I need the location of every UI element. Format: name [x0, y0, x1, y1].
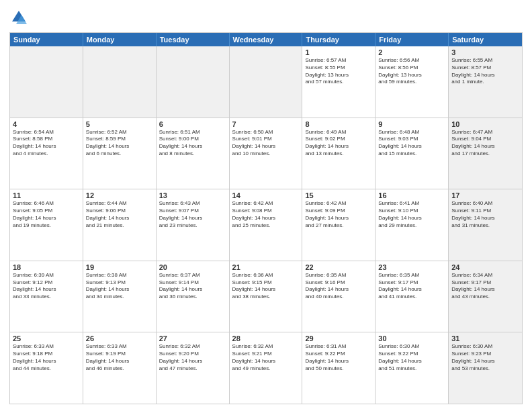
day-info: Sunrise: 6:57 AM Sunset: 8:55 PM Dayligh… — [305, 57, 372, 86]
day-number: 23 — [378, 263, 445, 271]
day-info: Sunrise: 6:42 AM Sunset: 9:09 PM Dayligh… — [305, 200, 372, 229]
day-number: 29 — [305, 334, 372, 342]
day-number: 16 — [378, 191, 445, 199]
calendar-cell-6: 6Sunrise: 6:51 AM Sunset: 9:00 PM Daylig… — [157, 118, 230, 189]
day-info: Sunrise: 6:31 AM Sunset: 9:22 PM Dayligh… — [305, 343, 372, 372]
day-number: 3 — [451, 48, 519, 56]
calendar-cell-empty-3 — [230, 46, 303, 118]
calendar-cell-12: 12Sunrise: 6:44 AM Sunset: 9:06 PM Dayli… — [83, 189, 157, 261]
day-number: 24 — [451, 263, 519, 271]
calendar-week-4: 18Sunrise: 6:39 AM Sunset: 9:12 PM Dayli… — [10, 261, 522, 333]
day-info: Sunrise: 6:52 AM Sunset: 8:59 PM Dayligh… — [86, 129, 153, 158]
logo — [9, 8, 31, 27]
calendar-cell-19: 19Sunrise: 6:38 AM Sunset: 9:13 PM Dayli… — [83, 261, 157, 332]
calendar-cell-10: 10Sunrise: 6:47 AM Sunset: 9:04 PM Dayli… — [449, 118, 522, 189]
calendar-cell-15: 15Sunrise: 6:42 AM Sunset: 9:09 PM Dayli… — [302, 189, 375, 261]
day-info: Sunrise: 6:30 AM Sunset: 9:23 PM Dayligh… — [451, 343, 519, 372]
day-info: Sunrise: 6:50 AM Sunset: 9:01 PM Dayligh… — [232, 129, 300, 158]
calendar-cell-17: 17Sunrise: 6:40 AM Sunset: 9:11 PM Dayli… — [449, 189, 522, 261]
calendar-cell-3: 3Sunrise: 6:55 AM Sunset: 8:57 PM Daylig… — [449, 46, 522, 118]
header — [9, 8, 523, 27]
calendar-cell-9: 9Sunrise: 6:48 AM Sunset: 9:03 PM Daylig… — [375, 118, 449, 189]
day-info: Sunrise: 6:35 AM Sunset: 9:17 PM Dayligh… — [378, 272, 445, 301]
day-info: Sunrise: 6:44 AM Sunset: 9:06 PM Dayligh… — [86, 200, 153, 229]
day-number: 26 — [86, 334, 153, 342]
day-number: 21 — [232, 263, 300, 271]
day-info: Sunrise: 6:42 AM Sunset: 9:08 PM Dayligh… — [232, 200, 300, 229]
calendar-cell-8: 8Sunrise: 6:49 AM Sunset: 9:02 PM Daylig… — [302, 118, 375, 189]
calendar-cell-4: 4Sunrise: 6:54 AM Sunset: 8:58 PM Daylig… — [10, 118, 83, 189]
day-number: 14 — [232, 191, 300, 199]
day-info: Sunrise: 6:49 AM Sunset: 9:02 PM Dayligh… — [305, 129, 372, 158]
calendar-cell-25: 25Sunrise: 6:33 AM Sunset: 9:18 PM Dayli… — [10, 332, 83, 404]
calendar-week-2: 4Sunrise: 6:54 AM Sunset: 8:58 PM Daylig… — [10, 118, 522, 190]
day-info: Sunrise: 6:36 AM Sunset: 9:15 PM Dayligh… — [232, 272, 300, 301]
day-info: Sunrise: 6:55 AM Sunset: 8:57 PM Dayligh… — [451, 57, 519, 86]
day-number: 10 — [451, 120, 519, 128]
calendar-cell-1: 1Sunrise: 6:57 AM Sunset: 8:55 PM Daylig… — [302, 46, 375, 118]
day-info: Sunrise: 6:38 AM Sunset: 9:13 PM Dayligh… — [86, 272, 153, 301]
day-info: Sunrise: 6:37 AM Sunset: 9:14 PM Dayligh… — [159, 272, 226, 301]
day-info: Sunrise: 6:30 AM Sunset: 9:22 PM Dayligh… — [378, 343, 445, 372]
calendar-cell-empty-0 — [10, 46, 83, 118]
calendar-cell-5: 5Sunrise: 6:52 AM Sunset: 8:59 PM Daylig… — [83, 118, 157, 189]
calendar-cell-29: 29Sunrise: 6:31 AM Sunset: 9:22 PM Dayli… — [302, 332, 375, 404]
day-info: Sunrise: 6:46 AM Sunset: 9:05 PM Dayligh… — [13, 200, 80, 229]
day-number: 13 — [159, 191, 226, 199]
day-number: 30 — [378, 334, 445, 342]
calendar-cell-14: 14Sunrise: 6:42 AM Sunset: 9:08 PM Dayli… — [230, 189, 303, 261]
header-day-thursday: Thursday — [302, 33, 375, 46]
day-number: 11 — [13, 191, 80, 199]
calendar-cell-23: 23Sunrise: 6:35 AM Sunset: 9:17 PM Dayli… — [375, 261, 449, 332]
header-day-sunday: Sunday — [10, 33, 83, 46]
day-number: 5 — [86, 120, 153, 128]
day-info: Sunrise: 6:43 AM Sunset: 9:07 PM Dayligh… — [159, 200, 226, 229]
calendar-week-5: 25Sunrise: 6:33 AM Sunset: 9:18 PM Dayli… — [10, 332, 522, 404]
day-number: 17 — [451, 191, 519, 199]
day-number: 4 — [13, 120, 80, 128]
header-day-monday: Monday — [83, 33, 157, 46]
day-number: 1 — [305, 48, 372, 56]
day-number: 8 — [305, 120, 372, 128]
day-info: Sunrise: 6:54 AM Sunset: 8:58 PM Dayligh… — [13, 129, 80, 158]
calendar-cell-21: 21Sunrise: 6:36 AM Sunset: 9:15 PM Dayli… — [230, 261, 303, 332]
day-info: Sunrise: 6:34 AM Sunset: 9:17 PM Dayligh… — [451, 272, 519, 301]
day-info: Sunrise: 6:41 AM Sunset: 9:10 PM Dayligh… — [378, 200, 445, 229]
calendar-week-3: 11Sunrise: 6:46 AM Sunset: 9:05 PM Dayli… — [10, 189, 522, 261]
calendar-cell-27: 27Sunrise: 6:32 AM Sunset: 9:20 PM Dayli… — [157, 332, 230, 404]
day-info: Sunrise: 6:32 AM Sunset: 9:20 PM Dayligh… — [159, 343, 226, 372]
day-number: 22 — [305, 263, 372, 271]
calendar-cell-28: 28Sunrise: 6:32 AM Sunset: 9:21 PM Dayli… — [230, 332, 303, 404]
day-number: 27 — [159, 334, 226, 342]
day-number: 28 — [232, 334, 300, 342]
day-number: 20 — [159, 263, 226, 271]
header-day-tuesday: Tuesday — [157, 33, 230, 46]
calendar-cell-16: 16Sunrise: 6:41 AM Sunset: 9:10 PM Dayli… — [375, 189, 449, 261]
day-info: Sunrise: 6:33 AM Sunset: 9:19 PM Dayligh… — [86, 343, 153, 372]
calendar-cell-26: 26Sunrise: 6:33 AM Sunset: 9:19 PM Dayli… — [83, 332, 157, 404]
day-number: 12 — [86, 191, 153, 199]
page: SundayMondayTuesdayWednesdayThursdayFrid… — [0, 0, 532, 411]
day-number: 15 — [305, 191, 372, 199]
header-day-friday: Friday — [375, 33, 449, 46]
day-info: Sunrise: 6:47 AM Sunset: 9:04 PM Dayligh… — [451, 129, 519, 158]
day-number: 19 — [86, 263, 153, 271]
calendar-cell-2: 2Sunrise: 6:56 AM Sunset: 8:56 PM Daylig… — [375, 46, 449, 118]
calendar-cell-empty-1 — [83, 46, 157, 118]
calendar-cell-11: 11Sunrise: 6:46 AM Sunset: 9:05 PM Dayli… — [10, 189, 83, 261]
day-number: 2 — [378, 48, 445, 56]
calendar-cell-20: 20Sunrise: 6:37 AM Sunset: 9:14 PM Dayli… — [157, 261, 230, 332]
day-number: 9 — [378, 120, 445, 128]
day-info: Sunrise: 6:40 AM Sunset: 9:11 PM Dayligh… — [451, 200, 519, 229]
day-info: Sunrise: 6:56 AM Sunset: 8:56 PM Dayligh… — [378, 57, 445, 86]
day-number: 31 — [451, 334, 519, 342]
day-info: Sunrise: 6:39 AM Sunset: 9:12 PM Dayligh… — [13, 272, 80, 301]
day-info: Sunrise: 6:35 AM Sunset: 9:16 PM Dayligh… — [305, 272, 372, 301]
header-day-saturday: Saturday — [449, 33, 522, 46]
calendar-header: SundayMondayTuesdayWednesdayThursdayFrid… — [10, 33, 522, 46]
calendar-cell-31: 31Sunrise: 6:30 AM Sunset: 9:23 PM Dayli… — [449, 332, 522, 404]
calendar-cell-24: 24Sunrise: 6:34 AM Sunset: 9:17 PM Dayli… — [449, 261, 522, 332]
calendar-cell-30: 30Sunrise: 6:30 AM Sunset: 9:22 PM Dayli… — [375, 332, 449, 404]
calendar-cell-13: 13Sunrise: 6:43 AM Sunset: 9:07 PM Dayli… — [157, 189, 230, 261]
day-info: Sunrise: 6:48 AM Sunset: 9:03 PM Dayligh… — [378, 129, 445, 158]
